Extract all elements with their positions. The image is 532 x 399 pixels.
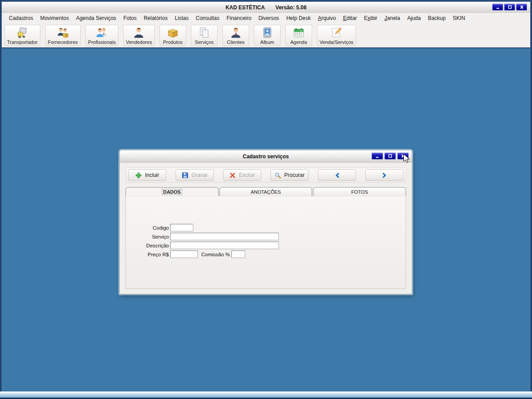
- menu-item-financeiro[interactable]: Financeiro: [223, 14, 255, 23]
- dialog-toolbar: IncluirGravarExcluirProcurar: [125, 168, 406, 183]
- menu-item-fotos[interactable]: Fotos: [120, 14, 140, 23]
- documents-icon: [198, 26, 211, 39]
- dialog-body: IncluirGravarExcluirProcurar DADOSANOTAÇ…: [120, 163, 412, 289]
- menu-item-cadastros[interactable]: Cadastros: [5, 14, 37, 23]
- toolbar-button-label: Profissionais: [88, 39, 116, 45]
- box-icon: [166, 26, 180, 39]
- service-form: CodigoServiçoDescriçãoPreço R$Comissão %: [126, 224, 406, 258]
- incluir-button[interactable]: Incluir: [128, 169, 166, 181]
- codigo-field[interactable]: [170, 224, 193, 231]
- descricao-field[interactable]: [170, 242, 279, 249]
- minimize-button[interactable]: [492, 4, 503, 11]
- close-icon: [519, 4, 524, 10]
- close-icon: [400, 153, 406, 159]
- vendor-icon: [132, 26, 145, 39]
- toolbar-button-label: Produtos: [163, 39, 183, 45]
- procurar-button[interactable]: Procurar: [270, 169, 309, 181]
- box-icon: [166, 26, 180, 39]
- servico-label: Serviço: [126, 234, 169, 239]
- menu-item-janela[interactable]: Janela: [381, 14, 403, 23]
- menu-item-help-desk[interactable]: Help Desk: [283, 14, 314, 23]
- maximize-icon: [507, 4, 512, 10]
- menu-item-diversos[interactable]: Diversos: [255, 14, 283, 23]
- form-row: Codigo: [126, 224, 406, 231]
- menu-item-listas[interactable]: Listas: [171, 14, 192, 23]
- menu-item-arquivo[interactable]: Arquivo: [314, 14, 340, 23]
- descricao-label: Descrição: [126, 243, 169, 248]
- menu-item-movimentos[interactable]: Movimentos: [37, 14, 73, 23]
- tab-dados[interactable]: DADOS: [125, 187, 219, 196]
- suppliers-icon: [56, 26, 70, 39]
- form-row: Serviço: [126, 233, 406, 240]
- toolbar-button-label: Album: [260, 39, 274, 45]
- toolbar-button-agenda[interactable]: Agenda: [286, 25, 312, 46]
- save-icon: [182, 172, 188, 179]
- close-icon: [519, 4, 524, 10]
- prev-icon: [334, 172, 340, 179]
- prev-icon: [334, 172, 340, 179]
- dialog-minimize-button[interactable]: [372, 153, 383, 160]
- toolbar-button-servicos[interactable]: Serviços: [191, 25, 218, 46]
- menu-item-exibir[interactable]: Exibir: [360, 14, 381, 23]
- menu-item-agenda-servicos[interactable]: Agenda Serviços: [72, 14, 120, 23]
- toolbar-button-clientes[interactable]: Clientes: [223, 25, 249, 46]
- maximize-icon: [387, 153, 393, 159]
- client-icon: [229, 26, 243, 39]
- dialog-titlebar[interactable]: Cadastro serviços: [120, 150, 412, 163]
- toolbar-button-label: Venda/Serviços: [320, 39, 353, 45]
- search-icon: [274, 172, 281, 179]
- truck-icon: [16, 26, 29, 39]
- dialog-cadastro-servicos: Cadastro serviços IncluirGravarExcluirPr…: [119, 150, 412, 294]
- toolbar-button-fornecedores[interactable]: Fornecedores: [45, 25, 81, 46]
- menu-item-editar[interactable]: Editar: [340, 14, 360, 23]
- toolbar-button-label: Fornecedores: [48, 39, 78, 45]
- menu-item-skin[interactable]: SKIN: [449, 14, 469, 23]
- gravar-button: Gravar: [176, 169, 214, 181]
- toolbar-button-label: Serviços: [195, 39, 214, 45]
- preco-label: Preço R$: [126, 252, 169, 257]
- close-button[interactable]: [516, 4, 527, 11]
- form-row: Preço R$Comissão %: [126, 250, 406, 258]
- window-bottom-frame: [0, 391, 532, 399]
- menu-item-backup[interactable]: Backup: [424, 14, 449, 23]
- dialog-title: Cadastro serviços: [243, 153, 289, 160]
- maximize-icon: [507, 4, 512, 10]
- album-icon: [261, 26, 274, 39]
- next-icon: [381, 172, 388, 179]
- tab-anotacoes[interactable]: ANOTAÇÕES: [219, 187, 313, 196]
- toolbar-button-venda-servicos[interactable]: Venda/Serviços: [317, 25, 356, 46]
- menu-item-relatorios[interactable]: Relatórios: [140, 14, 171, 23]
- menu-item-ajuda[interactable]: Ajuda: [403, 14, 424, 23]
- add-icon: [135, 172, 142, 179]
- preco-field[interactable]: [170, 250, 198, 258]
- comissao-label: Comissão %: [201, 252, 230, 257]
- tab-panel-dados: CodigoServiçoDescriçãoPreço R$Comissão %: [125, 196, 406, 289]
- toolbar-button-produtos[interactable]: Produtos: [160, 25, 186, 46]
- previous-record-button[interactable]: [318, 169, 356, 181]
- toolbar-button-transportador[interactable]: Transportador: [4, 25, 40, 46]
- tab-fotos[interactable]: FOTOS: [313, 187, 406, 196]
- suppliers-icon: [56, 26, 70, 39]
- servico-field[interactable]: [170, 233, 279, 240]
- window-controls: [492, 4, 527, 11]
- toolbar-button-label: Vendedores: [126, 39, 152, 45]
- window-titlebar[interactable]: KAD ESTÉTICA Versão: 5.08: [2, 2, 530, 13]
- tab-label: ANOTAÇÕES: [250, 189, 281, 195]
- toolbar-button-vendedores[interactable]: Vendedores: [123, 25, 155, 46]
- dialog-close-button[interactable]: [397, 153, 409, 160]
- minimize-icon: [375, 153, 380, 159]
- gravar-button-label: Gravar: [192, 172, 208, 178]
- menu-item-consultas[interactable]: Consultas: [192, 14, 223, 23]
- next-record-button[interactable]: [365, 169, 403, 181]
- comissao-field[interactable]: [231, 250, 245, 258]
- procurar-button-label: Procurar: [284, 172, 305, 178]
- toolbar-button-profissionais[interactable]: Profissionais: [86, 25, 118, 46]
- dialog-maximize-button[interactable]: [384, 153, 396, 160]
- calendar-icon: [292, 26, 305, 39]
- album-icon: [261, 26, 274, 39]
- toolbar-button-label: Agenda: [290, 39, 307, 45]
- client-icon: [229, 26, 243, 39]
- close-icon: [400, 153, 406, 159]
- maximize-button[interactable]: [504, 4, 515, 11]
- toolbar-button-album[interactable]: Album: [254, 25, 281, 46]
